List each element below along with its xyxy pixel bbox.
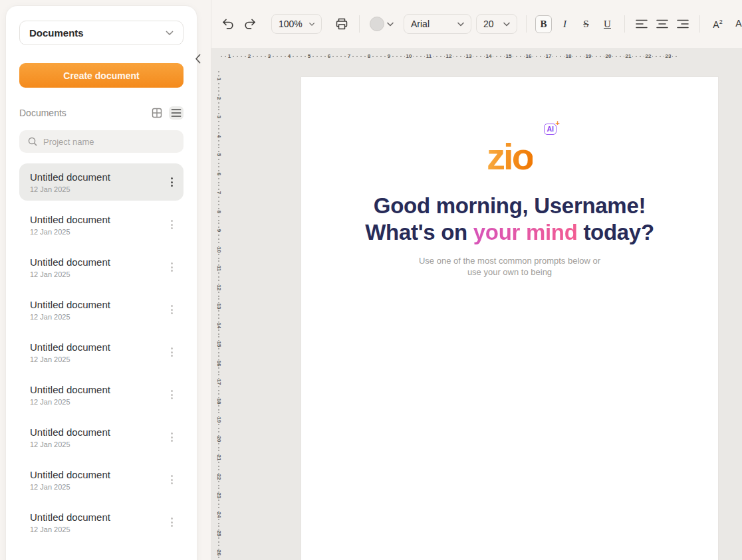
toolbar-divider	[699, 15, 700, 33]
grid-view-icon[interactable]	[149, 105, 165, 121]
document-title: Untitled document	[30, 299, 110, 310]
greeting-line1: Good morning, Username!	[301, 193, 718, 219]
document-title: Untitled document	[30, 384, 110, 395]
ruler-tick-cell: 22	[638, 52, 658, 61]
ruler-tick-cell: 16	[213, 354, 224, 373]
ruler-tick-cell: 6	[213, 165, 224, 184]
list-view-icon[interactable]	[169, 106, 184, 120]
document-list-item[interactable]: Untitled document 12 Jan 2025	[19, 291, 184, 328]
document-list-item[interactable]: Untitled document 12 Jan 2025	[19, 248, 184, 286]
font-family-select[interactable]: Arial	[404, 14, 471, 34]
zio-logo-text: zio	[487, 136, 533, 177]
ruler-tick-cell: 18	[213, 392, 224, 411]
document-item-texts: Untitled document 12 Jan 2025	[30, 384, 110, 406]
underline-button[interactable]: U	[599, 15, 616, 33]
document-title: Untitled document	[30, 341, 110, 353]
ruler-tick-cell: 17	[539, 52, 558, 61]
ruler-tick-cell: 14	[479, 52, 499, 61]
superscript-button[interactable]: A2	[709, 15, 727, 33]
collapse-sidebar-button[interactable]	[192, 54, 203, 66]
document-item-texts: Untitled document 12 Jan 2025	[30, 214, 110, 236]
zio-logo: zio AI +	[487, 138, 533, 175]
document-menu-button[interactable]	[167, 513, 177, 531]
documents-selector[interactable]: Documents	[19, 21, 184, 45]
bold-button[interactable]: B	[535, 15, 552, 33]
create-document-button[interactable]: Create document	[19, 63, 184, 88]
ruler-tick-cell: 19	[213, 411, 224, 430]
print-button[interactable]	[333, 15, 350, 33]
documents-list-header: Documents	[19, 105, 184, 121]
search-icon	[27, 136, 38, 147]
document-date: 12 Jan 2025	[30, 440, 110, 448]
document-list-item[interactable]: Untitled document 12 Jan 2025	[19, 333, 184, 371]
toolbar-divider	[624, 15, 625, 33]
ai-badge-plus: +	[555, 119, 559, 127]
document-menu-button[interactable]	[167, 343, 177, 361]
align-left-button[interactable]	[634, 17, 650, 31]
document-menu-button[interactable]	[167, 471, 177, 488]
document-date: 12 Jan 2025	[30, 270, 110, 278]
search-box	[19, 130, 184, 153]
zoom-select[interactable]: 100%	[271, 14, 322, 34]
font-size-select[interactable]: 20	[476, 14, 517, 34]
document-list-item[interactable]: Untitled document 12 Jan 2025	[19, 376, 184, 413]
search-input[interactable]	[43, 137, 176, 147]
toolbar-divider	[526, 15, 527, 33]
document-menu-button[interactable]	[167, 216, 177, 233]
zoom-value: 100%	[279, 19, 303, 29]
undo-button[interactable]	[219, 16, 237, 32]
text-color-picker[interactable]	[368, 15, 395, 33]
ruler-tick-cell: 23	[658, 52, 678, 61]
document-menu-button[interactable]	[167, 428, 177, 446]
ruler-tick-cell: 25	[213, 524, 224, 543]
ruler-tick-cell: 6	[319, 52, 339, 61]
chevron-left-icon	[195, 54, 201, 64]
document-menu-button[interactable]	[167, 301, 177, 318]
document-title: Untitled document	[30, 512, 110, 523]
document-date: 12 Jan 2025	[30, 355, 110, 363]
vertical-ruler: 1234567891011121314151617181920212223242…	[213, 70, 224, 560]
view-toggles	[149, 105, 184, 121]
document-title: Untitled document	[30, 214, 110, 225]
document-menu-button[interactable]	[167, 173, 177, 191]
ruler-tick-cell: 21	[618, 52, 638, 61]
document-list-item[interactable]: Untitled document 12 Jan 2025	[19, 206, 184, 243]
ai-badge: AI	[544, 124, 556, 135]
ruler-tick-cell: 16	[519, 52, 539, 61]
redo-button[interactable]	[241, 16, 259, 32]
document-title: Untitled document	[30, 256, 110, 268]
document-menu-button[interactable]	[167, 386, 177, 403]
chevron-down-icon	[503, 22, 510, 27]
document-list-item[interactable]: Untitled document 12 Jan 2025	[19, 504, 184, 541]
ruler-tick-cell: 11	[213, 259, 224, 278]
subscript-button[interactable]: A2	[731, 15, 742, 33]
ruler-tick-cell: 3	[213, 108, 224, 127]
italic-button[interactable]: I	[556, 15, 573, 33]
document-page[interactable]: zio AI + Good morning, Username! What's …	[301, 76, 719, 560]
toolbar-divider	[359, 15, 360, 33]
align-right-button[interactable]	[675, 17, 691, 31]
document-list-item[interactable]: Untitled document 12 Jan 2025	[19, 163, 184, 201]
ruler-tick-cell: 4	[213, 127, 224, 146]
document-menu-button[interactable]	[167, 258, 177, 276]
document-item-texts: Untitled document 12 Jan 2025	[30, 341, 110, 363]
document-list-item[interactable]: Untitled document 12 Jan 2025	[19, 419, 184, 456]
ruler-tick-cell: 23	[213, 486, 224, 506]
ruler-tick-cell: 3	[259, 52, 279, 61]
document-item-texts: Untitled document 12 Jan 2025	[30, 171, 110, 193]
ruler-tick-cell: 11	[419, 52, 439, 61]
chevron-down-icon	[166, 31, 174, 36]
sidebar: Documents Create document Documents Unti…	[5, 5, 197, 560]
ruler-tick-cell: 10	[399, 52, 419, 61]
align-center-button[interactable]	[654, 17, 670, 31]
chevron-down-icon	[387, 22, 394, 27]
documents-selector-label: Documents	[29, 27, 84, 39]
document-item-texts: Untitled document 12 Jan 2025	[30, 426, 110, 448]
ruler-tick-cell: 1	[213, 70, 224, 89]
document-list-item[interactable]: Untitled document 12 Jan 2025	[19, 461, 184, 498]
ruler-tick-cell: 9	[379, 52, 399, 61]
strikethrough-button[interactable]: S	[578, 15, 594, 33]
ruler-tick-cell: 2	[213, 89, 224, 108]
align-left-icon	[636, 19, 648, 29]
ruler-tick-cell: 22	[213, 468, 224, 487]
